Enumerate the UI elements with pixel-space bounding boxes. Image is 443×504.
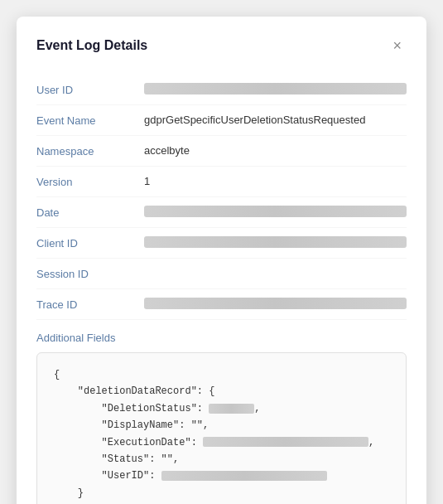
json-box: { "deletionDataRecord": { "DeletionStatu… (36, 352, 407, 504)
field-trace-id: Trace ID (36, 289, 407, 320)
field-value-event-name: gdprGetSpecificUserDeletionStatusRequest… (144, 114, 407, 126)
field-client-id: Client ID (36, 228, 407, 259)
event-log-details-modal: Event Log Details × User ID Event Name g… (17, 17, 426, 504)
json-line-deletion-status: "DeletionStatus": , (54, 400, 389, 417)
field-session-id: Session ID (36, 259, 407, 289)
modal-title: Event Log Details (36, 38, 147, 53)
json-value-user-id (161, 471, 327, 481)
json-value-execution-date (203, 437, 368, 447)
field-user-id: User ID (36, 75, 407, 105)
json-line-open-brace: { (54, 366, 389, 383)
field-label-session-id: Session ID (36, 267, 144, 280)
field-label-namespace: Namespace (36, 144, 144, 158)
field-value-user-id (144, 83, 407, 94)
json-line-execution-date: "ExecutionDate": , (54, 434, 389, 451)
field-date: Date (36, 197, 407, 228)
json-line-close-inner: } (54, 485, 389, 502)
json-value-deletion-status (209, 404, 254, 414)
field-event-name: Event Name gdprGetSpecificUserDeletionSt… (36, 105, 407, 136)
field-label-client-id: Client ID (36, 236, 144, 250)
field-value-namespace: accelbyte (144, 144, 407, 157)
field-value-date (144, 206, 407, 217)
modal-header: Event Log Details × (36, 36, 407, 55)
field-value-trace-id (144, 298, 407, 309)
close-button[interactable]: × (388, 36, 407, 55)
field-label-date: Date (36, 206, 144, 219)
field-label-event-name: Event Name (36, 114, 144, 127)
field-label-trace-id: Trace ID (36, 298, 144, 311)
json-line-record-key: "deletionDataRecord": { (54, 383, 389, 400)
json-line-display-name: "DisplayName": "", (54, 417, 389, 434)
field-value-client-id (144, 236, 407, 248)
json-line-user-id: "UserID": (54, 468, 389, 484)
field-label-user-id: User ID (36, 83, 144, 96)
field-value-version: 1 (144, 175, 407, 187)
field-namespace: Namespace accelbyte (36, 136, 407, 167)
additional-fields-label: Additional Fields (36, 332, 407, 344)
field-label-version: Version (36, 175, 144, 188)
field-version: Version 1 (36, 167, 407, 197)
json-line-status: "Status": "", (54, 451, 389, 468)
